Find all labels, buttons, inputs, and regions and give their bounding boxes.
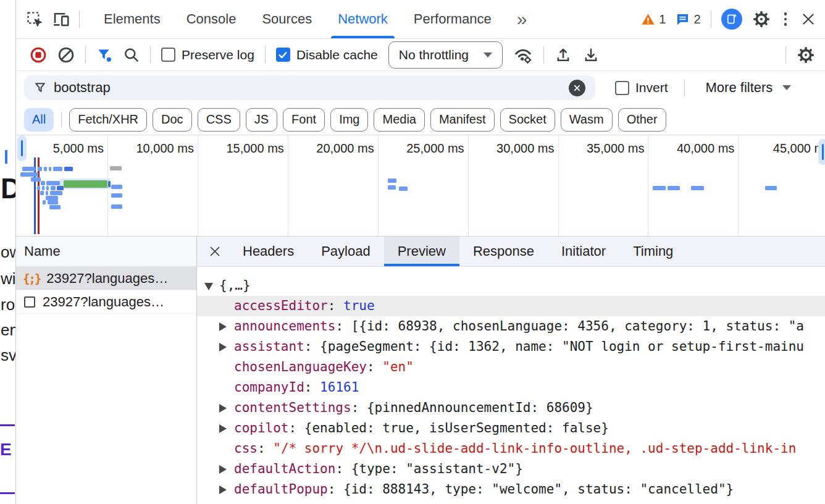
inspect-element-icon[interactable] [26,10,43,28]
waterfall-bar [41,181,45,185]
page-text-fragment: ro [1,295,15,314]
json-tree-row[interactable]: {,…} [197,275,825,296]
type-chip-all[interactable]: All [24,108,54,132]
json-tree-row[interactable]: copilot: {enabled: true, isUserSegmented… [197,418,825,439]
device-toolbar-icon[interactable] [52,10,70,28]
page-text-fragment: ow [1,243,15,262]
expander-open-icon[interactable] [204,276,219,296]
json-tree-row-content: {,…} [197,278,251,293]
json-tree-row[interactable]: chosenLanguageKey: "en" [197,357,825,377]
network-filter-input[interactable]: bootstrap [24,75,595,100]
main-tab-performance[interactable]: Performance [401,0,505,38]
detail-tab-initiator[interactable]: Initiator [548,237,619,266]
json-key: copilot [234,421,289,435]
waterfall-bar [20,172,38,177]
detail-tab-preview[interactable]: Preview [384,237,459,266]
type-chip-fetch-xhr[interactable]: Fetch/XHR [69,108,147,132]
main-tab-console[interactable]: Console [174,0,249,38]
json-tree-row[interactable]: defaultPopup: {id: 888143, type: "welcom… [197,479,825,500]
detail-tab-headers[interactable]: Headers [229,237,308,266]
type-chip-wasm[interactable]: Wasm [561,108,613,132]
console-message-counter[interactable]: 2 [676,12,700,27]
overview-left-handle[interactable] [17,135,27,161]
json-tree-row-content: defaultAction: {type: "assistant-v2"} [197,461,523,476]
clear-filter-icon[interactable] [569,80,585,96]
more-options-kebab-icon[interactable] [781,12,791,26]
json-plain-text: {enabled: true, isUserSegmented: false} [304,421,609,435]
type-chip-js[interactable]: JS [246,108,277,132]
detail-tab-response[interactable]: Response [459,237,548,266]
timeline-gridline [288,135,288,236]
network-toolbar: Preserve log Disable cache No throttling [16,39,825,71]
close-devtools-icon[interactable] [800,11,816,27]
type-chip-other[interactable]: Other [618,108,666,132]
request-row[interactable]: {;}23927?languages… [16,267,196,290]
json-tree-row[interactable]: editorUser: {name: "Mario Schneider-Lo"} [197,500,825,504]
json-tree-row-content: assistant: {pageSegment: {id: 1362, name… [197,339,804,354]
type-chip-doc[interactable]: Doc [153,108,192,132]
json-plain-text: {,…} [219,278,251,293]
json-tree-row-content: css: "/* sorry */\n.ud-slide-add-link-in… [197,441,796,456]
network-overview-timeline[interactable]: 5,000 ms10,000 ms15,000 ms20,000 ms25,00… [16,135,825,237]
main-tab-elements[interactable]: Elements [91,0,174,38]
type-chip-manifest[interactable]: Manifest [430,108,495,132]
type-chip-img[interactable]: Img [330,108,368,132]
issues-warning-counter[interactable]: 1 [641,12,666,27]
invert-filter-checkbox[interactable]: Invert [615,80,668,95]
json-tree-row[interactable]: accessEditor: true [197,296,825,316]
clear-network-log-icon[interactable] [57,46,75,64]
expander-closed-icon[interactable] [219,317,234,337]
json-tree-row-content: announcements: [{id: 68938, chosenLangua… [197,319,804,334]
json-tree-row[interactable]: companyId: 16161 [197,377,825,398]
json-plain-text: : [304,380,320,395]
waterfall-bar [111,193,122,198]
expander-closed-icon[interactable] [219,500,234,504]
json-tree-row-content: chosenLanguageKey: "en" [197,359,414,374]
close-detail-icon[interactable] [201,237,229,266]
network-conditions-icon[interactable] [513,45,533,65]
settings-gear-icon[interactable] [752,10,771,28]
type-chip-font[interactable]: Font [283,108,325,132]
detail-tab-payload[interactable]: Payload [308,237,384,266]
json-tree-row[interactable]: announcements: [{id: 68938, chosenLangua… [197,316,825,337]
disable-cache-checkbox[interactable]: Disable cache [276,48,378,62]
expander-closed-icon[interactable] [219,460,234,480]
type-chip-socket[interactable]: Socket [500,108,555,132]
expander-closed-icon[interactable] [219,419,234,439]
expander-closed-icon[interactable] [219,337,234,358]
waterfall-bar [40,191,44,195]
type-chip-media[interactable]: Media [374,108,424,132]
expander-closed-icon[interactable] [219,480,234,500]
more-filters-button[interactable]: More filters [706,80,792,96]
waterfall-bar [691,186,704,190]
preserve-log-checkbox[interactable]: Preserve log [161,48,254,62]
json-string-value: "/* sorry */\n.ud-slide-add-link-info-ou… [273,441,796,456]
json-tree-row[interactable]: defaultAction: {type: "assistant-v2"} [197,459,825,479]
throttling-select[interactable]: No throttling [388,41,503,69]
waterfall-bar [22,167,35,171]
filter-funnel-icon[interactable] [96,47,112,63]
import-har-icon[interactable] [555,46,572,64]
network-settings-gear-icon[interactable] [797,46,815,64]
json-tree-row[interactable]: assistant: {pageSegment: {id: 1362, name… [197,337,825,357]
timeline-tick-label: 35,000 ms [587,141,644,156]
type-chip-css[interactable]: CSS [198,108,240,132]
main-tab-network[interactable]: Network [325,0,401,38]
export-har-icon[interactable] [582,46,600,64]
more-tabs-icon[interactable]: » [513,10,531,28]
record-network-log-icon[interactable] [30,46,47,64]
search-icon[interactable] [123,46,140,63]
request-detail-pane: HeadersPayloadPreviewResponseInitiatorTi… [197,237,825,504]
json-tree-row[interactable]: css: "/* sorry */\n.ud-slide-add-link-in… [197,439,825,459]
expander-closed-icon[interactable] [219,398,234,419]
toolbar-divider [711,10,711,28]
name-column-header[interactable]: Name [16,237,196,267]
toolbar-divider [785,46,786,64]
main-tab-sources[interactable]: Sources [249,0,325,38]
overview-right-handle[interactable] [818,139,825,165]
request-row[interactable]: 23927?languages… [16,290,196,314]
detail-tab-timing[interactable]: Timing [619,237,687,266]
ai-assistance-icon[interactable] [721,9,742,30]
json-tree-row[interactable]: contentSettings: {pinnedAnnouncementId: … [197,398,825,418]
page-divider-fragment [0,424,15,426]
